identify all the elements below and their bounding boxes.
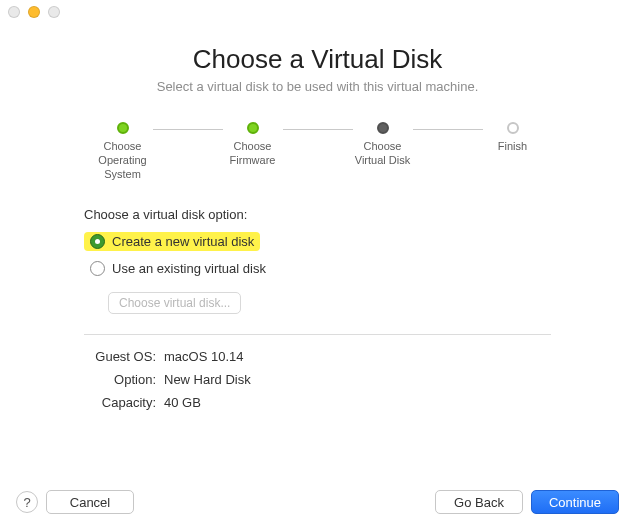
radio-create-new-disk[interactable]: Create a new virtual disk: [84, 232, 260, 251]
radio-label: Use an existing virtual disk: [112, 261, 266, 276]
continue-button[interactable]: Continue: [531, 490, 619, 514]
step-choose-firmware: Choose Firmware: [223, 122, 283, 168]
summary: Guest OS: macOS 10.14 Option: New Hard D…: [84, 349, 635, 410]
close-icon[interactable]: [8, 6, 20, 18]
step-finish: Finish: [483, 122, 543, 154]
summary-row-guest-os: Guest OS: macOS 10.14: [84, 349, 635, 364]
go-back-button[interactable]: Go Back: [435, 490, 523, 514]
summary-val: 40 GB: [164, 395, 201, 410]
summary-key: Option:: [84, 372, 156, 387]
step-label: Choose Virtual Disk: [355, 140, 410, 168]
step-dot-icon: [377, 122, 389, 134]
help-icon: ?: [23, 495, 30, 510]
summary-key: Capacity:: [84, 395, 156, 410]
window-titlebar: [0, 0, 635, 24]
radio-use-existing-disk[interactable]: Use an existing virtual disk: [84, 259, 272, 278]
step-dot-icon: [117, 122, 129, 134]
radio-icon: [90, 261, 105, 276]
step-label: Finish: [498, 140, 527, 154]
radio-label: Create a new virtual disk: [112, 234, 254, 249]
summary-val: macOS 10.14: [164, 349, 244, 364]
step-choose-os: Choose Operating System: [93, 122, 153, 181]
summary-row-option: Option: New Hard Disk: [84, 372, 635, 387]
step-connector: [153, 129, 223, 130]
stepper: Choose Operating System Choose Firmware …: [93, 122, 543, 181]
option-prompt: Choose a virtual disk option:: [84, 207, 635, 222]
bottom-bar: ? Cancel Go Back Continue: [0, 490, 635, 514]
radio-icon: [90, 234, 105, 249]
zoom-icon[interactable]: [48, 6, 60, 18]
summary-key: Guest OS:: [84, 349, 156, 364]
step-label: Choose Operating System: [98, 140, 146, 181]
help-button[interactable]: ?: [16, 491, 38, 513]
step-choose-virtual-disk: Choose Virtual Disk: [353, 122, 413, 168]
step-dot-icon: [507, 122, 519, 134]
summary-row-capacity: Capacity: 40 GB: [84, 395, 635, 410]
step-connector: [413, 129, 483, 130]
summary-val: New Hard Disk: [164, 372, 251, 387]
page-subtitle: Select a virtual disk to be used with th…: [0, 79, 635, 94]
step-connector: [283, 129, 353, 130]
step-label: Choose Firmware: [230, 140, 276, 168]
cancel-button[interactable]: Cancel: [46, 490, 134, 514]
minimize-icon[interactable]: [28, 6, 40, 18]
page-title: Choose a Virtual Disk: [0, 44, 635, 75]
divider: [84, 334, 551, 335]
step-dot-icon: [247, 122, 259, 134]
choose-virtual-disk-button: Choose virtual disk...: [108, 292, 241, 314]
